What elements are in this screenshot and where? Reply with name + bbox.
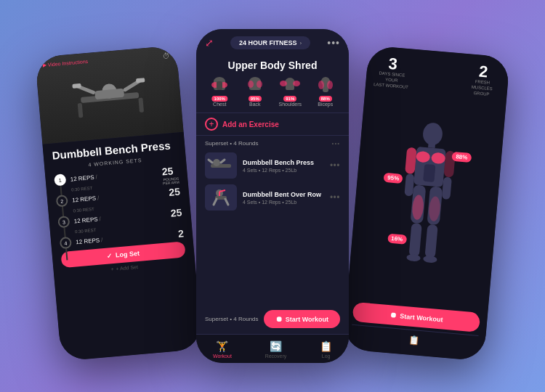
more-menu-icon[interactable]: ••• (327, 37, 340, 49)
shoulders-pct: 91% (283, 96, 296, 102)
gym-name: 24 HOUR FITNESS (239, 39, 297, 46)
stat-muscles: 2 FRESH MUSCLESGROUP (463, 62, 502, 99)
svg-rect-52 (408, 223, 421, 257)
exercise-name-2: Dumbbell Bent Over Row (243, 191, 324, 198)
muscle-chest: 100% Chest (206, 74, 233, 107)
svg-rect-1 (77, 103, 83, 118)
superset-dots-1[interactable]: ••• (332, 140, 340, 147)
tab-log[interactable]: 📋 Log (320, 340, 332, 359)
svg-rect-19 (286, 81, 294, 90)
svg-rect-39 (428, 142, 435, 147)
center-phone: ⤢ 24 HOUR FITNESS › ••• Upper Body Shred (196, 29, 349, 363)
exercise-info-1: Dumbbell Bench Press 4 Sets • 12 Reps • … (243, 159, 324, 173)
back-icon-wrap: 95% (242, 74, 268, 100)
chest-icon-wrap: 100% (206, 74, 233, 100)
muscles-label: FRESH MUSCLESGROUP (463, 78, 501, 99)
svg-point-28 (213, 159, 220, 166)
exercise-menu-1[interactable]: ••• (330, 160, 340, 171)
badge-shoulder: 88% (452, 152, 472, 163)
stat-days: 3 DAYS SINCE YOURLAST WORKOUT (373, 54, 412, 91)
svg-rect-2 (138, 98, 144, 113)
add-exercise-icon: + (205, 118, 218, 131)
left-content: Dumbbell Bench Press 4 WORKING SETS 1 12… (42, 132, 202, 362)
right-log-icon[interactable]: 📋 (408, 335, 420, 346)
tab-bar: 🏋 Workout 🔄 Recovery 📋 Log (196, 334, 349, 363)
muscle-icons-row: 100% Chest 95% Back (196, 74, 349, 113)
log-tab-icon: 📋 (320, 340, 332, 352)
chest-pct: 100% (212, 96, 227, 102)
workout-title: Upper Body Shred (196, 55, 349, 74)
set-num-4: 4 (60, 237, 72, 249)
start-workout-row: Superset • 4 Rounds ⏺ Start Workout (196, 304, 349, 334)
add-exercise-row[interactable]: + Add an Exercise (196, 113, 349, 136)
center-header: ⤢ 24 HOUR FITNESS › ••• (196, 29, 349, 55)
shoulders-icon-wrap: 91% (277, 74, 303, 100)
chest-label: Chest (213, 102, 226, 107)
recovery-tab-label: Recovery (265, 354, 287, 359)
exercise-card-2: Dumbbell Bent Over Row 4 Sets • 12 Reps … (196, 181, 349, 213)
svg-point-38 (421, 122, 443, 146)
shoulders-label: Shoulders (278, 102, 302, 107)
hero-image: ▶ Video Instructions ⏱ (35, 45, 184, 144)
biceps-pct: 88% (319, 96, 332, 102)
exercise-detail-1: 4 Sets • 12 Reps • 25Lb (243, 168, 324, 173)
badge-chest: 95% (384, 173, 403, 184)
biceps-icon-wrap: 88% (312, 74, 339, 100)
left-phone: ▶ Video Instructions ⏱ Dumbbell Bench Pr… (35, 45, 203, 361)
right-content: 3 DAYS SINCE YOURLAST WORKOUT 2 FRESH MU… (342, 45, 510, 361)
tab-workout[interactable]: 🏋 Workout (213, 340, 232, 359)
svg-point-21 (293, 81, 300, 86)
svg-rect-53 (424, 224, 437, 258)
svg-rect-8 (135, 78, 144, 83)
stats-row: 3 DAYS SINCE YOURLAST WORKOUT 2 FRESH MU… (373, 54, 502, 98)
log-tab-label: Log (322, 354, 331, 359)
exercise-detail-2: 4 Sets • 12 Reps • 25Lb (243, 200, 324, 205)
muscle-back: 95% Back (242, 74, 268, 107)
start-workout-button[interactable]: ⏺ Start Workout (264, 310, 340, 328)
back-pct: 95% (249, 96, 262, 102)
workout-tab-icon: 🏋 (216, 340, 228, 352)
svg-point-24 (318, 81, 324, 89)
set-num-3: 3 (57, 216, 70, 228)
workout-tab-label: Workout (213, 354, 232, 359)
chevron-icon: › (300, 40, 302, 46)
svg-point-55 (422, 255, 437, 263)
exercise-card-1: Dumbbell Bench Press 4 Sets • 12 Reps • … (196, 150, 349, 181)
svg-point-54 (406, 253, 421, 261)
body-figure: 95% 88% 16% (354, 93, 498, 309)
biceps-label: Biceps (318, 102, 333, 107)
exercise-thumb-1 (205, 152, 237, 179)
add-exercise-label: Add an Exercise (222, 121, 279, 128)
right-phone: 3 DAYS SINCE YOURLAST WORKOUT 2 FRESH MU… (342, 45, 510, 361)
back-label: Back (249, 102, 261, 107)
exercise-name-1: Dumbbell Bench Press (243, 159, 324, 166)
badge-quad: 16% (387, 233, 407, 244)
svg-rect-43 (423, 163, 435, 181)
set-num-2: 2 (56, 195, 68, 207)
tab-recovery[interactable]: 🔄 Recovery (265, 340, 287, 359)
back-icon[interactable]: ⤢ (205, 37, 214, 49)
gym-selector[interactable]: 24 HOUR FITNESS › (230, 36, 310, 49)
svg-point-20 (280, 81, 287, 86)
muscle-shoulders: 91% Shoulders (277, 74, 303, 107)
set-num-1: 1 (54, 173, 66, 186)
days-label: DAYS SINCE YOURLAST WORKOUT (373, 70, 411, 91)
muscle-biceps: 88% Biceps (312, 74, 339, 107)
superset-label-2: Superset • 4 Rounds (205, 316, 259, 322)
center-bottom: Superset • 4 Rounds ⏺ Start Workout 🏋 Wo… (196, 304, 349, 363)
svg-rect-7 (72, 83, 81, 89)
svg-rect-13 (217, 81, 222, 90)
exercise-info-2: Dumbbell Bent Over Row 4 Sets • 12 Reps … (243, 191, 324, 205)
svg-point-25 (327, 81, 333, 89)
superset-label-1: Superset • 4 Rounds ••• (196, 136, 349, 150)
svg-point-17 (257, 81, 262, 88)
exercise-thumb-2 (205, 184, 237, 211)
svg-point-16 (248, 81, 254, 88)
timer-icon: ⏱ (162, 52, 170, 60)
recovery-tab-icon: 🔄 (270, 340, 282, 352)
exercise-menu-2[interactable]: ••• (330, 192, 340, 203)
